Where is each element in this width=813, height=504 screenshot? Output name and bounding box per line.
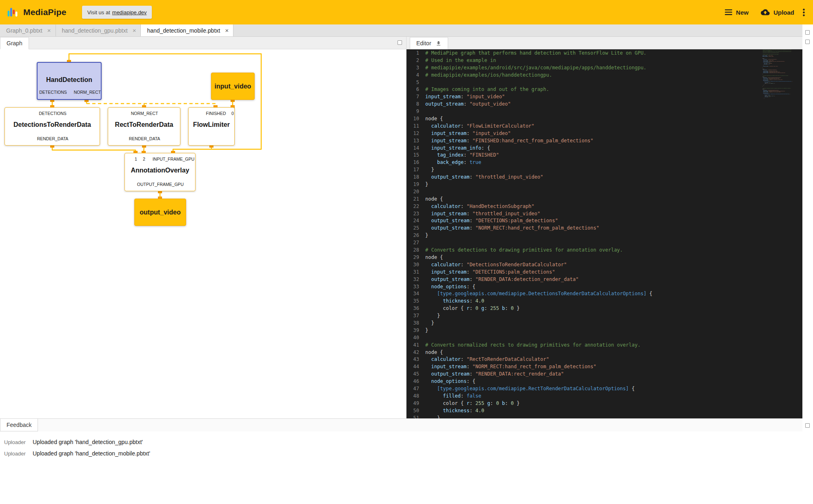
tab-editor[interactable]: Editor	[410, 37, 448, 49]
line-number: 38	[406, 320, 425, 327]
code-line[interactable]: 23 input_stream: "throttled_input_video"	[406, 210, 802, 218]
tabs-expand-icon[interactable]	[805, 30, 810, 35]
graph-panel-header: Graph	[0, 37, 406, 49]
line-number: 35	[406, 298, 425, 305]
code-line[interactable]: 29node {	[406, 254, 802, 261]
tab-graph-0-pbtxt[interactable]: Graph_0.pbtxt ×	[0, 24, 56, 36]
code-line[interactable]: 46 node_options: {	[406, 378, 802, 385]
tab-close-icon[interactable]: ×	[225, 27, 229, 34]
code-line[interactable]: 19}	[406, 181, 802, 188]
code-line[interactable]: 40	[406, 334, 802, 342]
code-line[interactable]: 2# Used in the example in	[406, 57, 802, 64]
code-line[interactable]: 27	[406, 239, 802, 247]
graph-expand-icon[interactable]	[398, 40, 402, 45]
upload-button[interactable]: Upload	[755, 4, 800, 20]
code-line[interactable]: 47 [type.googleapis.com/mediapipe.RectTo…	[406, 385, 802, 393]
code-line[interactable]: 30 calculator: "DetectionsToRenderDataCa…	[406, 261, 802, 269]
line-number: 2	[406, 57, 425, 64]
port-label-detections: DETECTIONS	[39, 90, 67, 95]
download-icon[interactable]	[435, 40, 442, 46]
code-line[interactable]: 33 node_options: {	[406, 283, 802, 291]
code-line[interactable]: 12 input_stream: "input_video"	[406, 130, 802, 137]
code-line[interactable]: 32 output_stream: "RENDER_DATA:detection…	[406, 276, 802, 283]
code-line[interactable]: 43 calculator: "RectToRenderDataCalculat…	[406, 356, 802, 363]
line-number: 39	[406, 327, 425, 334]
tab-close-icon[interactable]: ×	[47, 27, 51, 34]
line-number: 18	[406, 174, 425, 181]
code-line[interactable]: 4# mediapipie/examples/ios/handdetection…	[406, 72, 802, 79]
graph-node-hand-detection[interactable]: HandDetection DETECTIONS NORM_RECT	[37, 62, 102, 100]
editor-minimap[interactable]: # MediaPipe graph that performs hand det…	[762, 49, 802, 418]
line-number: 50	[406, 407, 425, 415]
code-line[interactable]: 9	[406, 108, 802, 115]
code-line[interactable]: 10node {	[406, 115, 802, 123]
code-line[interactable]: 11 calculator: "FlowLimiterCalculator"	[406, 123, 802, 130]
code-line[interactable]: 25 output_stream: "NORM_RECT:hand_rect_f…	[406, 225, 802, 232]
code-line[interactable]: 36 color { r: 0 g: 255 b: 0 }	[406, 305, 802, 312]
visit-badge[interactable]: Visit us at mediapipe.dev	[82, 6, 152, 19]
code-line[interactable]: 18 output_stream: "throttled_input_video…	[406, 174, 802, 181]
code-line[interactable]: 45 output_stream: "RENDER_DATA:rect_rend…	[406, 371, 802, 378]
graph-canvas[interactable]: HandDetection DETECTIONS NORM_RECT input…	[0, 49, 406, 418]
code-line[interactable]: 41# Converts normalized rects to drawing…	[406, 342, 802, 349]
code-line[interactable]: 26}	[406, 232, 802, 239]
code-line[interactable]: 1# MediaPipe graph that performs hand de…	[406, 50, 802, 57]
graph-node-annotation-overlay[interactable]: 1 2 INPUT_FRAME_GPU AnnotationOverlay OU…	[124, 153, 195, 191]
code-line[interactable]: 37 }	[406, 312, 802, 320]
code-line[interactable]: 34 [type.googleapis.com/mediapipe.Detect…	[406, 290, 802, 298]
line-number: 37	[406, 312, 425, 320]
line-number: 30	[406, 261, 425, 269]
graph-node-flow-limiter[interactable]: FINISHED 0 FlowLimiter	[188, 107, 235, 146]
code-line[interactable]: 42node {	[406, 349, 802, 356]
graph-node-input-video[interactable]: input_video	[211, 73, 255, 100]
code-line[interactable]: 50 thickness: 4.0	[406, 407, 802, 415]
code-line[interactable]: 24 output_stream: "DETECTIONS:palm_detec…	[406, 217, 802, 225]
new-button-label: New	[736, 9, 749, 16]
line-number: 11	[406, 123, 425, 130]
app-header: MediaPipe Visit us at mediapipe.dev New …	[0, 0, 813, 24]
code-line[interactable]: 7input_stream: "input_video"	[406, 93, 802, 101]
editor-expand-icon[interactable]	[805, 40, 810, 44]
code-line[interactable]: 17 }	[406, 166, 802, 174]
code-line[interactable]: }	[762, 97, 802, 98]
editor-panel: Editor 1# MediaPipe graph that performs …	[406, 37, 802, 418]
line-number: 42	[406, 349, 425, 356]
code-line[interactable]: 6# Images coming into and out of the gra…	[406, 86, 802, 93]
code-editor[interactable]: 1# MediaPipe graph that performs hand de…	[406, 49, 802, 418]
line-number: 4	[406, 72, 425, 79]
new-button[interactable]: New	[719, 5, 755, 20]
tab-hand-detection-gpu-pbtxt[interactable]: hand_detection_gpu.pbtxt ×	[56, 24, 141, 36]
tab-feedback[interactable]: Feedback	[0, 419, 38, 431]
line-number: 47	[406, 385, 425, 393]
code-line[interactable]: 28# Converts detections to drawing primi…	[406, 247, 802, 254]
feedback-log: Uploader Uploaded graph 'hand_detection_…	[0, 431, 802, 504]
tab-graph[interactable]: Graph	[0, 37, 29, 49]
more-options-button[interactable]	[800, 6, 807, 19]
tab-close-icon[interactable]: ×	[133, 27, 136, 34]
graph-node-output-video[interactable]: output_video	[134, 199, 186, 226]
code-line[interactable]: 38 }	[406, 320, 802, 327]
feedback-expand-icon[interactable]	[805, 423, 810, 428]
code-line[interactable]: 44 input_stream: "NORM_RECT:hand_rect_fr…	[406, 363, 802, 371]
code-line[interactable]: 3# mediapipie/examples/android/src/java/…	[406, 64, 802, 72]
code-line[interactable]: 31 input_stream: "DETECTIONS:palm_detect…	[406, 269, 802, 276]
line-number: 10	[406, 115, 425, 123]
code-line[interactable]: 51 }	[406, 415, 802, 418]
tab-hand-detection-mobile-pbtxt[interactable]: hand_detection_mobile.pbtxt ×	[141, 24, 233, 36]
code-line[interactable]: 21node {	[406, 196, 802, 203]
graph-node-detections-to-render-data[interactable]: DETECTIONS DetectionsToRenderData RENDER…	[4, 107, 100, 146]
code-line[interactable]: 48 filled: false	[406, 393, 802, 400]
code-line[interactable]: 14 input_stream_info: {	[406, 145, 802, 152]
visit-link[interactable]: mediapipe.dev	[112, 9, 147, 15]
code-line[interactable]: 49 color { r: 255 g: 0 b: 0 }	[406, 400, 802, 407]
code-line[interactable]: 5	[406, 79, 802, 86]
graph-node-rect-to-render-data[interactable]: NORM_RECT RectToRenderData RENDER_DATA	[108, 107, 180, 146]
code-line[interactable]: 20	[406, 188, 802, 196]
code-line[interactable]: 35 thickness: 4.0	[406, 298, 802, 305]
code-line[interactable]: 13 input_stream: "FINISHED:hand_rect_fro…	[406, 137, 802, 145]
code-line[interactable]: 22 calculator: "HandDetectionSubgraph"	[406, 203, 802, 210]
code-line[interactable]: 8output_stream: "output_video"	[406, 101, 802, 108]
code-line[interactable]: 39}	[406, 327, 802, 334]
code-line[interactable]: 15 tag_index: "FINISHED"	[406, 152, 802, 159]
code-line[interactable]: 16 back_edge: true	[406, 159, 802, 166]
